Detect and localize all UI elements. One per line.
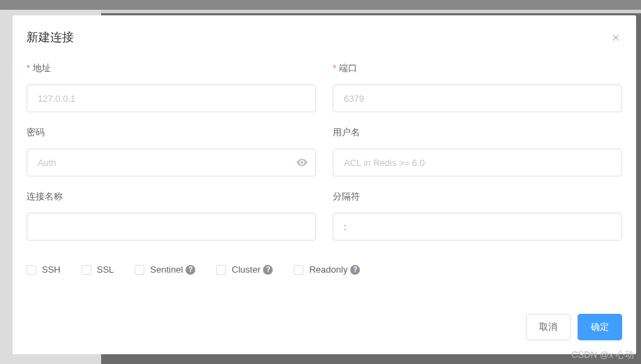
separator-input[interactable]: [333, 213, 622, 241]
eye-icon[interactable]: [296, 157, 308, 168]
form-row: 密码 用户名: [27, 126, 622, 176]
dialog-header: 新建连接: [27, 29, 622, 62]
readonly-label: Readonly ?: [309, 264, 360, 275]
checkbox-box: [135, 265, 144, 275]
username-label: 用户名: [333, 126, 622, 139]
checkbox-box: [216, 265, 226, 275]
help-icon[interactable]: ?: [186, 265, 195, 275]
username-input[interactable]: [333, 149, 622, 176]
separator-label: 分隔符: [333, 190, 622, 203]
sentinel-label: Sentinel ?: [150, 264, 195, 275]
connection-name-label: 连接名称: [27, 190, 316, 203]
sentinel-checkbox[interactable]: Sentinel ?: [135, 264, 195, 275]
ssl-checkbox[interactable]: SSL: [82, 264, 114, 275]
password-input[interactable]: [27, 149, 316, 176]
port-input[interactable]: [333, 84, 622, 112]
readonly-text: Readonly: [309, 264, 347, 275]
checkbox-box: [27, 265, 36, 275]
backdrop: [0, 0, 641, 10]
address-input[interactable]: [27, 84, 316, 112]
form-item-connection-name: 连接名称: [27, 190, 316, 241]
form-row: 地址 端口: [27, 62, 622, 112]
cluster-text: Cluster: [232, 264, 260, 275]
cluster-checkbox[interactable]: Cluster ?: [216, 264, 273, 275]
form-item-password: 密码: [27, 126, 316, 176]
close-icon[interactable]: [610, 31, 622, 44]
checkbox-box: [82, 265, 91, 275]
help-icon[interactable]: ?: [263, 265, 273, 275]
form-item-port: 端口: [333, 62, 622, 112]
connection-name-input[interactable]: [27, 213, 316, 241]
form-item-username: 用户名: [333, 126, 622, 176]
watermark: CSDN @x 心动: [571, 349, 634, 361]
checkbox-box: [294, 265, 303, 275]
form-item-separator: 分隔符: [333, 190, 622, 241]
readonly-checkbox[interactable]: Readonly ?: [294, 264, 360, 275]
help-icon[interactable]: ?: [350, 265, 360, 275]
dialog-title: 新建连接: [27, 29, 74, 45]
password-label: 密码: [27, 126, 316, 139]
checkbox-row: SSH SSL Sentinel ? Cluster ?: [27, 255, 622, 275]
port-label: 端口: [333, 62, 622, 75]
cancel-button[interactable]: 取消: [526, 314, 571, 340]
address-label: 地址: [27, 62, 316, 75]
form-row: 连接名称 分隔符: [27, 190, 622, 241]
dialog-footer: 取消 确定: [27, 275, 622, 340]
form-item-address: 地址: [27, 62, 316, 112]
ssh-checkbox[interactable]: SSH: [27, 264, 61, 275]
confirm-button[interactable]: 确定: [578, 314, 622, 340]
ssl-label: SSL: [97, 264, 114, 275]
new-connection-dialog: 新建连接 地址 端口 密码: [13, 15, 636, 354]
cluster-label: Cluster ?: [232, 264, 273, 275]
form-body: 地址 端口 密码: [27, 62, 622, 275]
sentinel-text: Sentinel: [150, 264, 183, 275]
ssh-label: SSH: [42, 264, 61, 275]
